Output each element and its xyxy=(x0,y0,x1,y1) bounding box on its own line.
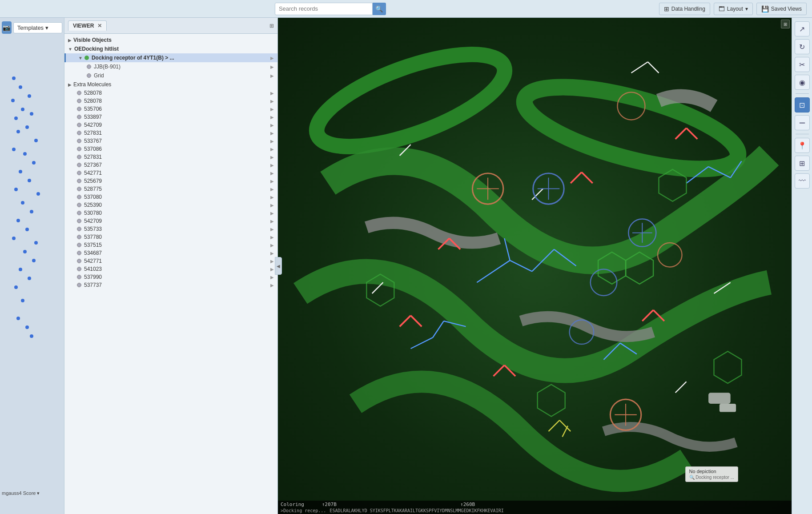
status-dot-gray xyxy=(87,64,91,69)
templates-button[interactable]: Templates ▾ xyxy=(13,22,62,33)
scatter-dot xyxy=(19,85,22,89)
arrow-right-icon: ▶ xyxy=(270,107,274,112)
record-id: 537990 xyxy=(84,274,102,280)
visible-objects-label: Visible Objects xyxy=(73,37,112,43)
select-tool-button[interactable]: ⊡ xyxy=(795,97,810,112)
arrow-right-icon: ▶ xyxy=(270,171,274,176)
oe-docking-header[interactable]: ▼ OEDocking hitlist xyxy=(64,44,277,53)
wave-tool-button[interactable]: 〰 xyxy=(795,173,810,189)
extra-molecules-header[interactable]: ▶ Extra Molecules xyxy=(64,80,277,89)
list-item[interactable]: 534687 ▶ xyxy=(64,249,277,257)
scissor-tool-button[interactable]: ✂ xyxy=(795,57,810,72)
list-item[interactable]: 527831 ▶ xyxy=(64,153,277,161)
status-dot xyxy=(77,251,81,255)
rotate-icon: ↻ xyxy=(799,43,805,51)
arrow-right-icon: ▶ xyxy=(270,99,274,104)
wave-icon: 〰 xyxy=(799,177,806,185)
layout-arrow-icon: ▾ xyxy=(745,6,748,12)
list-item[interactable]: 528078 ▶ xyxy=(64,89,277,97)
list-item[interactable]: 535733 ▶ xyxy=(64,225,277,233)
viewer-tab[interactable]: VIEWER ✕ xyxy=(68,20,107,31)
list-item[interactable]: 542771 ▶ xyxy=(64,169,277,177)
layout-button[interactable]: 🗔 Layout ▾ xyxy=(714,3,753,15)
arrow-right-icon: ▶ xyxy=(270,219,274,224)
list-item[interactable]: 528078 ▶ xyxy=(64,97,277,105)
list-item[interactable]: 537780 ▶ xyxy=(64,233,277,241)
canvas-status-bar: Coloring ↑207B ↑260B >Docking recep... E… xyxy=(278,501,792,514)
arrow-right-icon-3: ▶ xyxy=(270,73,274,78)
cursor-tool-button[interactable]: ↗ xyxy=(795,21,810,36)
record-id: 534687 xyxy=(84,250,102,256)
templates-label: Templates xyxy=(17,24,44,31)
layout-label: Layout xyxy=(727,6,743,12)
search-button[interactable]: 🔍 xyxy=(373,3,386,15)
scatter-dot xyxy=(34,139,38,142)
scatter-plot xyxy=(3,41,61,352)
status-dot xyxy=(77,171,81,175)
record-id: 535706 xyxy=(84,106,102,112)
list-item[interactable]: 525390 ▶ xyxy=(64,201,277,209)
visible-objects-header[interactable]: ▶ Visible Objects xyxy=(64,36,277,44)
grid-item[interactable]: Grid ▶ xyxy=(64,71,277,80)
score-label[interactable]: mgauss4 Score ▾ xyxy=(2,490,40,496)
viewer-panel: VIEWER ✕ ⊞ ▶ Visible Objects ▼ OEDocking… xyxy=(64,18,278,514)
arrow-right-icon: ▶ xyxy=(270,275,274,280)
list-item[interactable]: 542709 ▶ xyxy=(64,121,277,129)
data-handling-button[interactable]: ⊞ Data Handling xyxy=(659,3,710,15)
list-item[interactable]: 541023 ▶ xyxy=(64,265,277,273)
main-layout: 📷 Templates ▾ mgauss4 Score ▾ VIEWER ✕ ⊞… xyxy=(0,18,812,514)
list-item[interactable]: 537080 ▶ xyxy=(64,193,277,201)
search-input[interactable] xyxy=(279,5,368,12)
status-dot xyxy=(77,219,81,223)
layers-tool-button[interactable]: ⊞ xyxy=(795,156,810,171)
scatter-dot xyxy=(16,317,20,320)
record-id: 542771 xyxy=(84,170,102,176)
viewer-tab-bar: VIEWER ✕ ⊞ xyxy=(64,18,277,34)
record-id: 528775 xyxy=(84,186,102,192)
arrow-right-icon: ▶ xyxy=(270,163,274,168)
arrow-right-icon: ▶ xyxy=(270,131,274,136)
viewer-expand-icon[interactable]: ⊞ xyxy=(269,23,274,29)
docking-receptor-item[interactable]: ▼ Docking receptor of 4YT1(B) > ... ▶ xyxy=(64,53,277,62)
scatter-dot xyxy=(21,201,24,205)
scatter-dot xyxy=(12,76,16,80)
list-item[interactable]: 537990 ▶ xyxy=(64,273,277,281)
list-item[interactable]: 537086 ▶ xyxy=(64,145,277,153)
list-item[interactable]: 525679 ▶ xyxy=(64,177,277,185)
collapse-handle[interactable]: ◀ xyxy=(275,257,282,275)
layers-icon: ⊞ xyxy=(799,159,805,168)
data-handling-icon: ⊞ xyxy=(664,5,669,12)
list-item[interactable]: 542709 ▶ xyxy=(64,217,277,225)
list-item[interactable]: 533897 ▶ xyxy=(64,113,277,121)
viewer-close-icon[interactable]: ✕ xyxy=(97,23,102,29)
status-dot xyxy=(77,163,81,167)
measure-tool-button[interactable]: ━━ xyxy=(795,115,810,130)
arrow-right-icon: ▶ xyxy=(270,211,274,216)
list-item[interactable]: 542771 ▶ xyxy=(64,257,277,265)
list-item[interactable]: 533767 ▶ xyxy=(64,137,277,145)
status-dot xyxy=(77,227,81,231)
scatter-dot xyxy=(21,299,24,302)
record-id: 537515 xyxy=(84,242,102,248)
list-item[interactable]: 537515 ▶ xyxy=(64,241,277,249)
canvas-expand-button[interactable]: ⊞ xyxy=(781,20,790,28)
palette-tool-button[interactable]: ◉ xyxy=(795,75,810,90)
pin-tool-button[interactable]: 📍 xyxy=(795,138,810,153)
rotate-tool-button[interactable]: ↻ xyxy=(795,39,810,54)
status-dot xyxy=(77,123,81,127)
list-item[interactable]: 527831 ▶ xyxy=(64,129,277,137)
list-item[interactable]: 528775 ▶ xyxy=(64,185,277,193)
no-depiction-label: No depiction xyxy=(689,469,734,474)
oe-docking-label: OEDocking hitlist xyxy=(74,46,119,52)
jjb-item[interactable]: JJB(B-901) ▶ xyxy=(64,62,277,71)
record-id: 528078 xyxy=(84,98,102,104)
list-item[interactable]: 527367 ▶ xyxy=(64,161,277,169)
scatter-dot xyxy=(14,285,18,289)
list-item[interactable]: 535706 ▶ xyxy=(64,105,277,113)
saved-views-button[interactable]: 💾 Saved Views xyxy=(756,3,807,15)
list-item[interactable]: 537737 ▶ xyxy=(64,281,277,289)
canvas-area[interactable]: ⊞ No depiction 🔍 Docking receptor ... Co… xyxy=(278,18,792,514)
list-item[interactable]: 530780 ▶ xyxy=(64,209,277,217)
record-id: 527831 xyxy=(84,154,102,160)
scatter-dot xyxy=(19,268,22,271)
